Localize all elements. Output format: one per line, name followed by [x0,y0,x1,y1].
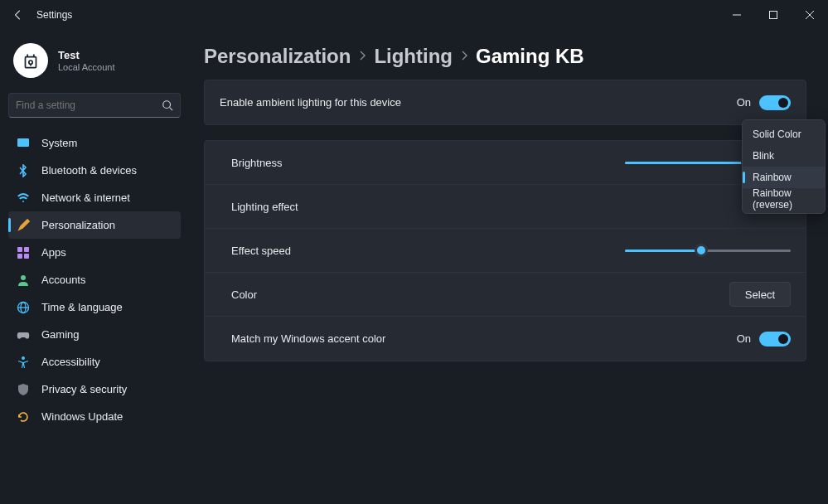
sidebar-item-windows-update[interactable]: Windows Update [8,403,181,430]
titlebar: Settings [0,0,828,30]
svg-point-9 [21,275,26,280]
sidebar-item-privacy-security[interactable]: Privacy & security [8,376,181,403]
shield-icon [17,383,30,396]
display-icon [17,137,30,150]
close-button[interactable] [792,2,828,28]
sidebar-item-label: Time & language [41,301,123,313]
row-ambient: Enable ambient lighting for this device … [205,80,806,124]
row-lighting-effect[interactable]: Lighting effect [205,185,806,229]
menu-item-rainbow-reverse-[interactable]: Rainbow (reverse) [743,188,825,210]
person-icon [17,274,30,287]
color-label: Color [220,288,729,301]
sidebar-item-label: System [41,137,77,149]
profile-subtitle: Local Account [58,62,115,72]
profile-block[interactable]: Test Local Account [8,36,181,86]
svg-point-2 [29,61,32,64]
svg-rect-5 [17,247,22,252]
apps-icon [17,246,30,259]
svg-rect-8 [24,254,29,259]
row-color: Color Select [205,273,806,317]
sidebar-item-personalization[interactable]: Personalization [8,211,181,239]
back-button[interactable] [12,8,25,22]
match-accent-label: Match my Windows accent color [220,332,737,345]
search-icon [162,99,173,111]
sidebar-item-label: Bluetooth & devices [41,164,137,177]
gamepad-icon [17,328,30,342]
sidebar-item-apps[interactable]: Apps [8,239,181,266]
sidebar: Test Local Account SystemBluetooth & dev… [0,30,189,504]
row-brightness: Brightness [205,141,806,185]
minimize-button[interactable] [719,2,755,28]
brush-icon [17,219,30,232]
search-input-wrap[interactable] [8,93,181,118]
effect-speed-slider[interactable] [625,243,791,258]
ambient-toggle[interactable] [759,95,791,110]
avatar [13,43,48,78]
effect-speed-label: Effect speed [220,245,625,257]
sidebar-item-gaming[interactable]: Gaming [8,321,181,348]
profile-name: Test [58,49,115,61]
breadcrumb-current: Gaming KB [476,45,584,68]
update-icon [17,410,30,424]
sidebar-item-accounts[interactable]: Accounts [8,266,181,293]
sidebar-item-label: Network & internet [41,191,130,204]
match-accent-toggle[interactable] [759,332,791,346]
settings-card: Brightness Lighting effect Effect speed … [204,140,806,361]
main-content: Personalization Lighting Gaming KB Enabl… [189,30,828,504]
breadcrumb: Personalization Lighting Gaming KB [204,45,806,68]
sidebar-item-label: Privacy & security [41,383,127,395]
chevron-right-icon [356,49,369,64]
sidebar-item-label: Windows Update [41,410,123,423]
menu-item-blink[interactable]: Blink [743,145,825,167]
sidebar-item-label: Accounts [41,274,85,286]
svg-point-12 [22,356,25,360]
lighting-effect-menu[interactable]: Solid ColorBlinkRainbowRainbow (reverse) [742,119,826,214]
breadcrumb-lighting[interactable]: Lighting [374,45,453,68]
svg-point-3 [163,101,171,109]
sidebar-item-label: Accessibility [41,356,100,368]
maximize-button[interactable] [755,2,792,28]
row-match-accent: Match my Windows accent color On [205,317,806,361]
search-input[interactable] [16,99,162,111]
sidebar-item-time-language[interactable]: Time & language [8,293,181,321]
sidebar-item-accessibility[interactable]: Accessibility [8,348,181,376]
chevron-right-icon [458,49,471,64]
ambient-card: Enable ambient lighting for this device … [204,80,806,125]
sidebar-item-label: Personalization [41,219,115,231]
sidebar-nav: SystemBluetooth & devicesNetwork & inter… [8,129,181,430]
ambient-state-text: On [737,96,751,109]
bluetooth-icon [17,164,30,177]
sidebar-item-system[interactable]: System [8,129,181,157]
match-accent-state-text: On [737,332,751,345]
globe-icon [17,301,30,314]
row-effect-speed: Effect speed [205,229,806,273]
brightness-label: Brightness [220,157,625,169]
lighting-effect-label: Lighting effect [220,201,791,213]
ambient-label: Enable ambient lighting for this device [220,96,737,109]
accessibility-icon [17,356,30,369]
window-title: Settings [36,9,72,21]
svg-rect-7 [17,254,22,259]
svg-rect-6 [24,247,29,252]
sidebar-item-label: Gaming [41,328,80,341]
sidebar-item-bluetooth-devices[interactable]: Bluetooth & devices [8,157,181,184]
sidebar-item-network-internet[interactable]: Network & internet [8,184,181,211]
breadcrumb-personalization[interactable]: Personalization [204,45,351,68]
svg-rect-1 [26,57,36,68]
menu-item-rainbow[interactable]: Rainbow [743,167,825,188]
wifi-icon [17,191,30,205]
svg-rect-0 [770,12,777,19]
sidebar-item-label: Apps [41,246,66,259]
menu-item-solid-color[interactable]: Solid Color [743,124,825,145]
svg-rect-4 [17,138,29,147]
color-select-button[interactable]: Select [729,282,791,307]
